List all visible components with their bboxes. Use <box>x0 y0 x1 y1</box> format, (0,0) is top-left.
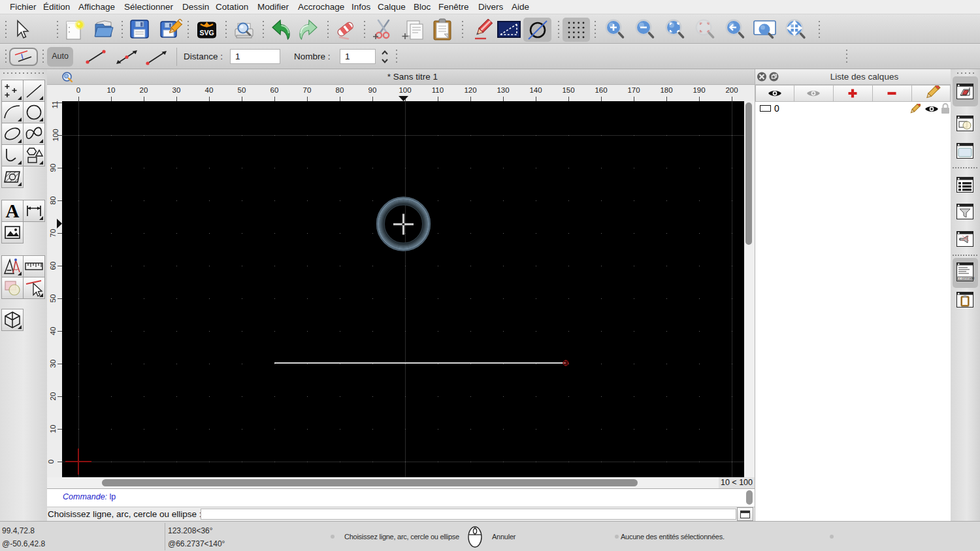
svg-text:c command: c command <box>959 277 975 280</box>
svg-text:SVG: SVG <box>199 29 214 37</box>
